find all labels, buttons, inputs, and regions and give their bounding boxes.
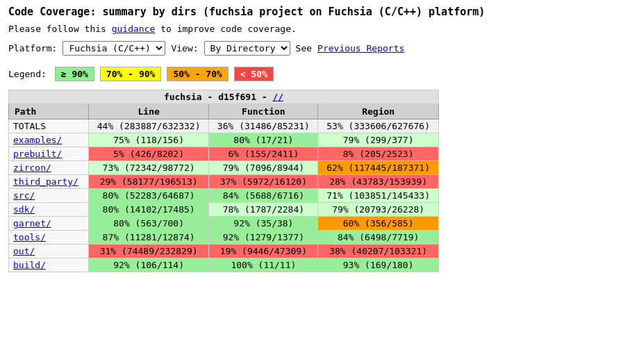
region-cell: 79% (299/377) <box>318 133 439 147</box>
line-cell: 87% (11281/12874) <box>88 231 209 245</box>
path-cell: TOTALS <box>9 119 89 133</box>
col-header-function: Function <box>209 104 318 119</box>
legend-under50: < 50% <box>234 67 274 81</box>
path-cell[interactable]: tools/ <box>9 231 89 245</box>
path-link[interactable]: sdk/ <box>13 204 35 215</box>
view-label: View: <box>171 43 198 53</box>
section-commit: d15f691 <box>218 92 256 102</box>
table-row: tools/87% (11281/12874)92% (1279/1377)84… <box>9 231 439 245</box>
table-row: garnet/80% (563/700)92% (35/38)60% (356/… <box>9 217 439 231</box>
page-title: Code Coverage: summary by dirs (fuchsia … <box>8 6 631 18</box>
col-header-path: Path <box>9 104 89 119</box>
path-cell[interactable]: examples/ <box>9 133 89 147</box>
path-link[interactable]: zircon/ <box>13 163 51 173</box>
previous-reports-link[interactable]: Previous Reports <box>317 43 404 53</box>
view-select[interactable]: By Directory By File By Component <box>204 41 290 56</box>
intro-suffix: to improve code coverage. <box>155 24 297 34</box>
path-cell[interactable]: prebuilt/ <box>9 147 89 161</box>
region-cell: 60% (356/585) <box>318 217 439 231</box>
path-cell[interactable]: zircon/ <box>9 161 89 175</box>
path-link[interactable]: out/ <box>13 246 35 256</box>
function-cell: 37% (5972/16120) <box>209 175 318 189</box>
region-cell: 28% (43783/153939) <box>318 175 439 189</box>
function-cell: 78% (1787/2284) <box>209 203 318 217</box>
section-header: fuchsia - d15f691 - // <box>9 90 439 104</box>
line-cell: 31% (74489/232829) <box>88 245 209 258</box>
region-cell: 79% (20793/26228) <box>318 203 439 217</box>
function-cell: 80% (17/21) <box>209 133 318 147</box>
line-cell: 29% (58177/196513) <box>88 175 209 189</box>
intro-paragraph: Please follow this guidance to improve c… <box>8 24 631 34</box>
path-cell[interactable]: sdk/ <box>9 203 89 217</box>
line-cell: 80% (563/700) <box>88 217 209 231</box>
function-cell: 79% (7096/8944) <box>209 161 318 175</box>
line-cell: 5% (426/8202) <box>88 147 209 161</box>
legend-50-70: 50% - 70% <box>167 67 228 81</box>
function-cell: 92% (1279/1377) <box>209 231 318 245</box>
table-row: prebuilt/5% (426/8202)6% (155/2411)8% (2… <box>9 147 439 161</box>
region-cell: 38% (40207/103321) <box>318 245 439 258</box>
path-link[interactable]: src/ <box>13 190 35 201</box>
section-link[interactable]: // <box>272 92 283 102</box>
table-row: build/92% (106/114)100% (11/11)93% (169/… <box>9 258 439 272</box>
region-cell: 71% (103851/145433) <box>318 189 439 203</box>
legend-90: ≥ 90% <box>55 67 94 81</box>
table-row: sdk/80% (14102/17485)78% (1787/2284)79% … <box>9 203 439 217</box>
line-cell: 80% (52283/64687) <box>88 189 209 203</box>
legend-label: Legend: <box>8 69 47 79</box>
region-cell: 62% (117445/187371) <box>318 161 439 175</box>
line-cell: 44% (283887/632332) <box>88 119 209 133</box>
see-label: See <box>296 43 312 53</box>
function-cell: 6% (155/2411) <box>209 147 318 161</box>
function-cell: 84% (5688/6716) <box>209 189 318 203</box>
region-cell: 53% (333606/627676) <box>318 119 439 133</box>
path-link[interactable]: third_party/ <box>13 176 78 187</box>
section-dash2: - <box>262 92 273 102</box>
line-cell: 80% (14102/17485) <box>88 203 209 217</box>
col-header-region: Region <box>318 104 439 119</box>
path-link[interactable]: examples/ <box>13 135 62 145</box>
guidance-link[interactable]: guidance <box>112 24 156 34</box>
table-row: third_party/29% (58177/196513)37% (5972/… <box>9 175 439 189</box>
platform-row: Platform: Fuchsia (C/C++) View: By Direc… <box>8 41 631 56</box>
path-link[interactable]: prebuilt/ <box>13 149 62 159</box>
section-project: fuchsia <box>164 92 202 102</box>
section-dash1: - <box>208 92 219 102</box>
path-cell[interactable]: garnet/ <box>9 217 89 231</box>
function-cell: 19% (9446/47309) <box>209 245 318 258</box>
platform-select[interactable]: Fuchsia (C/C++) <box>63 41 165 56</box>
table-row: src/80% (52283/64687)84% (5688/6716)71% … <box>9 189 439 203</box>
line-cell: 75% (118/156) <box>88 133 209 147</box>
legend-row: Legend: ≥ 90% 70% - 90% 50% - 70% < 50% <box>8 67 631 81</box>
line-cell: 73% (72342/98772) <box>88 161 209 175</box>
path-cell[interactable]: src/ <box>9 189 89 203</box>
legend-70-90: 70% - 90% <box>100 67 161 81</box>
path-link[interactable]: tools/ <box>13 232 46 242</box>
path-cell[interactable]: build/ <box>9 258 89 272</box>
line-cell: 92% (106/114) <box>88 258 209 272</box>
region-cell: 8% (205/2523) <box>318 147 439 161</box>
table-row: zircon/73% (72342/98772)79% (7096/8944)6… <box>9 161 439 175</box>
path-cell[interactable]: out/ <box>9 245 89 258</box>
intro-text: Please follow this <box>8 24 112 34</box>
col-header-line: Line <box>88 104 209 119</box>
path-link[interactable]: build/ <box>13 260 46 270</box>
table-row: out/31% (74489/232829)19% (9446/47309)38… <box>9 245 439 258</box>
region-cell: 93% (169/180) <box>318 258 439 272</box>
table-row: examples/75% (118/156)80% (17/21)79% (29… <box>9 133 439 147</box>
table-row: TOTALS44% (283887/632332)36% (31486/8523… <box>9 119 439 133</box>
region-cell: 84% (6498/7719) <box>318 231 439 245</box>
path-link[interactable]: garnet/ <box>13 218 51 229</box>
function-cell: 92% (35/38) <box>209 217 318 231</box>
coverage-table: fuchsia - d15f691 - // Path Line Functio… <box>8 90 439 272</box>
function-cell: 100% (11/11) <box>209 258 318 272</box>
function-cell: 36% (31486/85231) <box>209 119 318 133</box>
path-cell[interactable]: third_party/ <box>9 175 89 189</box>
platform-label: Platform: <box>8 43 57 53</box>
